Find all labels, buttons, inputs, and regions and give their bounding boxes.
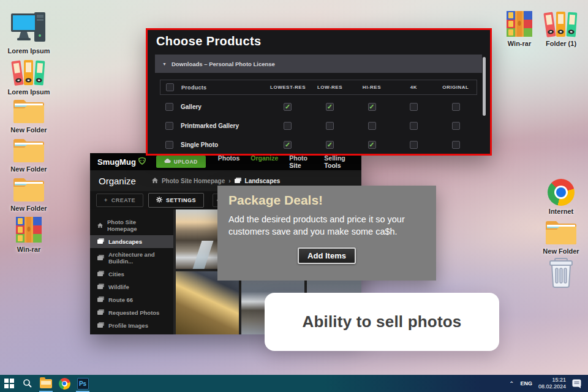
res-checkbox[interactable]	[326, 122, 334, 130]
sidebar-item-wildlife[interactable]: Wildlife	[90, 281, 173, 293]
package-deals-popup: Package Deals! Add the desired products …	[217, 186, 436, 281]
file-explorer-icon	[40, 379, 52, 388]
feature-card: Ability to sell photos	[265, 293, 499, 351]
desktop-icon-folder1-binders[interactable]: Folder (1)	[538, 10, 584, 47]
breadcrumb-separator: ›	[228, 178, 230, 184]
taskbar-photoshop-button[interactable]: Ps	[74, 375, 92, 392]
res-checkbox[interactable]	[368, 122, 376, 130]
res-checkbox[interactable]	[410, 103, 418, 111]
smugmug-logo-text: SmugMug	[97, 157, 136, 167]
action-center-icon[interactable]	[572, 379, 582, 388]
table-row: Gallery ✓ ✓ ✓	[160, 97, 477, 116]
res-checkbox[interactable]: ✓	[326, 141, 334, 149]
sidebar-item-architecture[interactable]: Architecture and Buildin...	[90, 248, 173, 268]
desktop-icon-label: Folder (1)	[538, 40, 584, 47]
nav-selling-tools[interactable]: Selling Tools	[324, 154, 354, 169]
desktop-icon-folder-right[interactable]: New Folder	[538, 219, 584, 255]
settings-button[interactable]: SETTINGS	[148, 193, 204, 208]
desktop-icon-label: Lorem Ipsum	[6, 47, 52, 55]
column-header: 4K	[393, 85, 434, 90]
res-checkbox[interactable]: ✓	[326, 103, 334, 111]
start-button[interactable]	[0, 375, 18, 392]
upload-cloud-icon	[164, 159, 171, 165]
gallery-icon	[97, 238, 104, 245]
res-checkbox[interactable]	[452, 103, 460, 111]
sidebar-item-photo-site-homepage[interactable]: Photo Site Homepage	[90, 216, 173, 235]
res-checkbox[interactable]	[452, 122, 460, 130]
sidebar-item-route-66[interactable]: Route 66	[90, 293, 173, 306]
winrar-icon	[496, 10, 543, 38]
upload-label: UPLOAD	[174, 159, 198, 165]
res-checkbox[interactable]: ✓	[284, 141, 292, 149]
smugmug-sidebar: Photo Site Homepage Landscapes Architect…	[90, 209, 173, 334]
desktop-icon-folder-1[interactable]: New Folder	[6, 98, 52, 134]
language-indicator[interactable]: ENG	[520, 380, 532, 386]
row-checkbox[interactable]	[165, 122, 173, 130]
photoshop-icon: Ps	[77, 378, 89, 390]
row-checkbox[interactable]	[165, 141, 173, 149]
add-items-button[interactable]: Add Items	[298, 247, 356, 264]
nav-photo-site[interactable]: Photo Site	[289, 154, 313, 169]
res-checkbox[interactable]	[410, 141, 418, 149]
tray-chevron-icon[interactable]: ⌃	[509, 380, 514, 387]
home-icon	[152, 178, 158, 184]
search-icon	[23, 379, 32, 388]
sidebar-item-landscapes[interactable]: Landscapes	[90, 235, 173, 248]
res-checkbox[interactable]: ✓	[284, 103, 292, 111]
gallery-icon	[97, 309, 104, 316]
trash-icon	[538, 257, 584, 288]
breadcrumb-item[interactable]: Photo Site Homepage	[162, 178, 225, 184]
clock-time: 15:21	[538, 377, 566, 383]
sidebar-item-requested-photos[interactable]: Requested Photos	[90, 306, 173, 319]
desktop-icon-internet[interactable]: Internet	[538, 179, 584, 215]
column-header: HI-RES	[351, 85, 393, 90]
smugmug-topbar: SmugMug UPLOAD Photos Organize Photo Sit…	[90, 153, 361, 170]
desktop-icon-trash[interactable]	[538, 257, 584, 288]
res-checkbox[interactable]	[284, 122, 292, 130]
plus-icon: +	[104, 197, 108, 203]
gallery-icon	[97, 284, 104, 290]
taskbar-clock[interactable]: 15:21 08.02.2024	[538, 377, 566, 391]
dialog-title: Choose Products	[156, 34, 262, 48]
column-header: Products	[181, 85, 206, 91]
nav-photos[interactable]: Photos	[218, 154, 240, 169]
sidebar-item-cities[interactable]: Cities	[90, 268, 173, 281]
binders-icon	[538, 10, 584, 38]
dialog-scrollbar[interactable]	[483, 57, 486, 116]
taskbar-explorer-button[interactable]	[37, 375, 55, 392]
photo-thumbnail[interactable]	[176, 271, 239, 334]
res-checkbox[interactable]	[452, 141, 460, 149]
folder-icon	[6, 176, 52, 203]
desktop-icon-label: New Folder	[6, 165, 52, 173]
table-row: Single Photo ✓ ✓ ✓	[160, 135, 477, 154]
row-checkbox[interactable]	[165, 103, 173, 111]
nav-organize[interactable]: Organize	[251, 154, 278, 169]
upload-button[interactable]: UPLOAD	[156, 156, 206, 168]
desktop-icon-binders[interactable]: Lorem Ipsum	[6, 58, 52, 96]
desktop-icon-winrar-right[interactable]: Win-rar	[496, 10, 543, 47]
desktop-icon-winrar[interactable]: Win-rar	[6, 216, 52, 253]
desktop-icon-label: New Folder	[6, 126, 52, 134]
create-button[interactable]: + CREATE	[96, 194, 143, 207]
select-all-checkbox[interactable]	[166, 83, 174, 91]
res-checkbox[interactable]: ✓	[368, 141, 376, 149]
desktop-icon-folder-2[interactable]: New Folder	[6, 137, 52, 173]
res-checkbox[interactable]	[410, 122, 418, 130]
res-checkbox[interactable]: ✓	[368, 103, 376, 111]
desktop-icon-label: Win-rar	[6, 246, 52, 253]
desktop-icon-computer[interactable]: Lorem Ipsum	[6, 11, 52, 55]
section-header[interactable]: ▼ Downloads – Personal Photo License	[155, 55, 482, 73]
smugmug-logo[interactable]: SmugMug	[97, 157, 146, 167]
desktop-icon-label: Lorem Ipsum	[6, 88, 52, 96]
gallery-icon	[97, 255, 104, 262]
popup-title: Package Deals!	[228, 193, 425, 208]
desktop-icon-folder-3[interactable]: New Folder	[6, 176, 52, 212]
desktop-icon-label: Internet	[538, 208, 584, 215]
gallery-icon	[97, 322, 104, 329]
taskbar-search-button[interactable]	[18, 375, 37, 392]
gallery-icon	[97, 296, 104, 303]
sidebar-item-profile-images[interactable]: Profile Images	[90, 319, 173, 332]
gallery-icon	[97, 271, 104, 277]
create-label: CREATE	[111, 197, 135, 203]
taskbar-chrome-button[interactable]	[55, 375, 74, 392]
